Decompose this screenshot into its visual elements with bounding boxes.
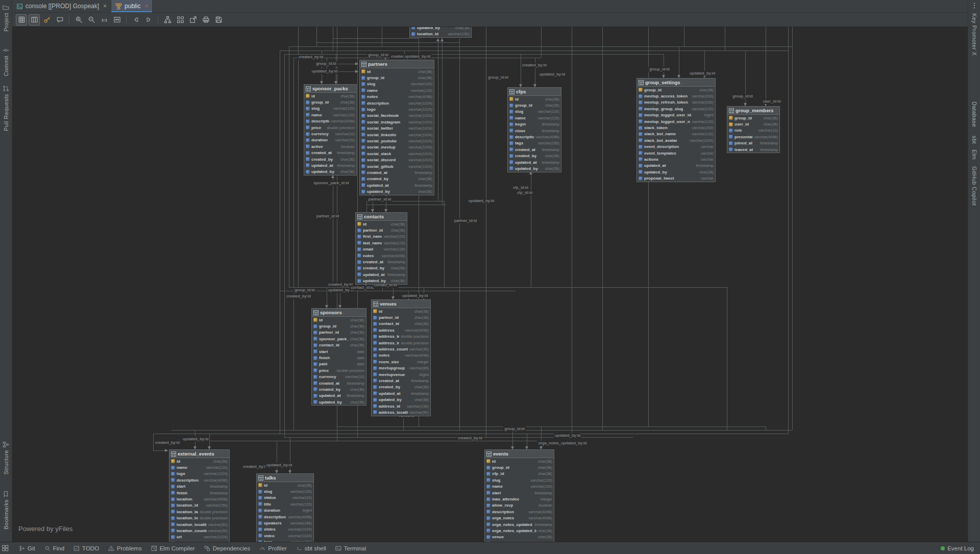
column-row: first_namevarchar(120)	[356, 234, 407, 240]
tab-close-icon[interactable]: ×	[103, 3, 107, 9]
table-node-group_settings[interactable]: group_settingsgroup_idchar(36)meetup_acc…	[636, 78, 716, 182]
sidebar-item-structure[interactable]: Structure	[3, 441, 9, 474]
table-node-contacts[interactable]: contactsidchar(36)partner_idchar(36)firs…	[355, 212, 407, 285]
print-button[interactable]	[200, 14, 211, 26]
column-icon	[361, 158, 365, 162]
right-stripe-options[interactable]	[971, 2, 978, 9]
column-row: durationbigint	[257, 508, 313, 514]
column-type: varchar(120)	[290, 489, 312, 494]
nav-forward-button[interactable]	[143, 14, 154, 26]
show-keys-button[interactable]	[41, 14, 53, 26]
column-row: titlevarchar(120)	[257, 501, 313, 507]
sidebar-item-database[interactable]: Database	[971, 102, 977, 127]
column-type: varchar(10)	[345, 374, 364, 379]
sidebar-item-key-promoter-x[interactable]: Key Promoter X	[971, 13, 977, 56]
status-item-elm-compiler[interactable]: Elm Compiler	[151, 545, 195, 551]
zoom-out-button[interactable]	[86, 14, 97, 26]
table-node-header[interactable]: external_events	[169, 450, 229, 458]
column-icon	[361, 145, 365, 149]
sidebar-item-sbt[interactable]: sbt	[971, 136, 977, 144]
status-item-find[interactable]: Find	[44, 545, 64, 551]
table-node-header[interactable]: cfps	[508, 88, 561, 96]
column-row: updated_bychar(36)	[637, 169, 715, 175]
column-type: varchar(1024)	[204, 471, 228, 476]
column-row: group_idchar(36)	[727, 115, 779, 121]
table-node-header[interactable]: contacts	[356, 213, 407, 221]
right-stripe-top: Key Promoter XDatabasesbtElmGitHub Copil…	[968, 0, 980, 206]
table-node-external_events[interactable]: external_eventsidchar(36)namevarchar(120…	[169, 449, 230, 542]
table-node-partners[interactable]: partnersidchar(36)group_idchar(36)slugva…	[359, 60, 434, 195]
status-item-label: Terminal	[344, 545, 366, 551]
table-node-header[interactable]: talks	[257, 474, 313, 482]
column-row: videovarchar(1024)	[257, 533, 313, 539]
diagram-canvas[interactable]: created_by:idgroup_id:idcreated_by:idupd…	[12, 27, 968, 542]
column-row: social_twittervarchar(1024)	[360, 125, 434, 132]
key-column-icon	[486, 459, 491, 463]
column-icon	[171, 528, 175, 533]
column-type: varchar(1024)	[408, 133, 432, 137]
status-item-event-log[interactable]: Event Log	[941, 545, 974, 551]
table-node-venues[interactable]: venuesidchar(36)partner_idchar(36)contac…	[371, 299, 431, 416]
status-item-todo[interactable]: TODO	[74, 545, 99, 551]
table-node-group_members[interactable]: group_membersgroup_idchar(36)user_idchar…	[727, 106, 780, 153]
snap-to-grid-button[interactable]	[16, 14, 27, 26]
zoom-in-button[interactable]	[73, 14, 84, 26]
layout-hierarchic-button[interactable]	[162, 14, 173, 26]
table-node-cfps[interactable]: cfpsidchar(36)group_idchar(36)slugvarcha…	[507, 87, 561, 172]
nav-back-button[interactable]	[130, 14, 141, 26]
status-item-terminal[interactable]: Terminal	[335, 545, 366, 551]
table-node-header[interactable]: sponsor_packs	[304, 85, 356, 93]
column-row: location_localityvarchar(50)	[169, 521, 229, 527]
table-node-header[interactable]: sponsors	[312, 309, 366, 317]
status-item-dependencies[interactable]: Dependencies	[204, 545, 251, 551]
show-columns-button[interactable]	[29, 14, 40, 26]
tab-close-icon[interactable]: ×	[144, 3, 148, 9]
status-item-problems[interactable]: Problems	[108, 545, 142, 551]
tab-public[interactable]: public×	[111, 0, 153, 12]
table-node-header[interactable]: group_settings	[637, 79, 715, 87]
table-node-events[interactable]: eventsidchar(36)group_idchar(36)cfp_idch…	[484, 449, 554, 542]
status-item-profiler[interactable]: Profiler	[259, 545, 286, 551]
column-name: created_by	[515, 154, 536, 158]
column-name: created_by	[363, 266, 384, 270]
column-name: created_at	[311, 150, 332, 155]
column-type: char(36)	[350, 324, 364, 329]
sidebar-item-github-copilot[interactable]: GitHub Copilot	[971, 166, 977, 206]
column-icon	[486, 522, 491, 526]
table-node-header[interactable]: events	[485, 450, 554, 458]
status-item-sbt-shell[interactable]: sbt shell	[296, 545, 326, 551]
tool-window-switcher[interactable]	[2, 545, 9, 551]
export-image-button[interactable]	[213, 14, 224, 26]
actual-size-button[interactable]: 1:1	[99, 14, 110, 26]
column-row: social_discordvarchar(1024)	[360, 157, 434, 163]
column-icon	[306, 100, 310, 105]
column-row: orga_notes_updated_bychar(36)	[485, 527, 554, 534]
table-node-sponsors[interactable]: sponsorsidchar(36)group_idchar(36)partne…	[311, 308, 366, 406]
fit-content-button[interactable]	[111, 14, 122, 26]
column-type: date	[357, 356, 364, 360]
column-icon	[313, 349, 317, 354]
layout-groups-button[interactable]	[175, 14, 186, 26]
column-type: char(36)	[414, 315, 429, 320]
sidebar-item-project[interactable]: Project	[3, 4, 9, 32]
sidebar-item-bookmarks[interactable]: Bookmarks	[3, 491, 9, 530]
sidebar-item-elm[interactable]: Elm	[971, 149, 977, 160]
sidebar-item-commit[interactable]: Commit	[3, 47, 9, 76]
open-in-editor-button[interactable]	[187, 14, 199, 26]
status-item-git[interactable]: Git	[19, 545, 35, 551]
table-node-header[interactable]: venues	[372, 300, 430, 308]
column-name: meetup_group_slug	[644, 107, 683, 111]
tab-console-prod-gospeak-[interactable]: console [[PROD] Gospeak]×	[12, 0, 111, 12]
table-name: external_events	[178, 451, 214, 457]
table-node-talks[interactable]: talksidchar(36)slugvarchar(120)statusvar…	[256, 473, 314, 542]
show-comments-button[interactable]	[54, 14, 65, 26]
column-icon	[486, 541, 491, 542]
table-node-clipped[interactable]: updated_bychar(36)location_idvarchar(150…	[409, 27, 472, 38]
table-node-header[interactable]: group_members	[727, 107, 779, 115]
table-node-header[interactable]: partners	[360, 60, 434, 68]
table-node-sponsor_packs[interactable]: sponsor_packsidchar(36)group_idchar(36)s…	[304, 84, 357, 175]
column-name: notes	[379, 353, 389, 358]
column-row: talksvarchar(150)	[485, 540, 554, 542]
column-name: group_id	[492, 465, 509, 470]
sidebar-item-pull-requests[interactable]: Pull Requests	[3, 85, 9, 131]
